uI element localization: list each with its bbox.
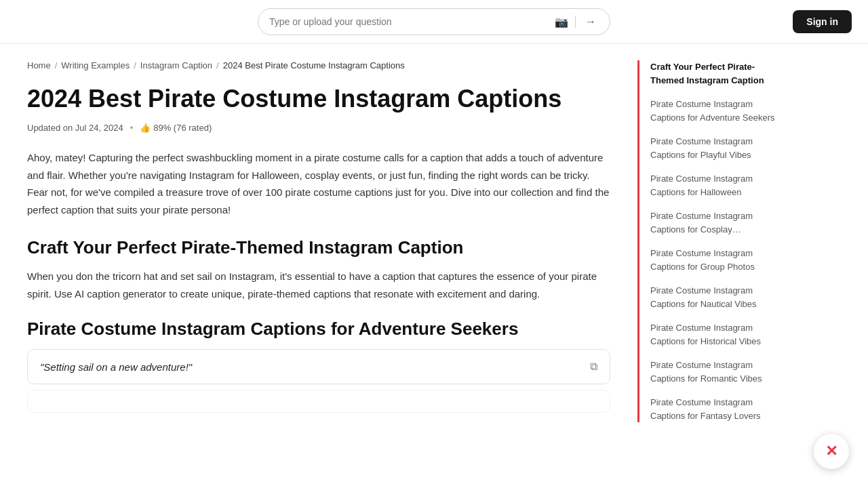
breadcrumb-sep-1: / (55, 60, 58, 70)
float-badge-icon: ✕ (825, 443, 837, 449)
page-title: 2024 Best Pirate Costume Instagram Capti… (27, 84, 610, 113)
camera-icon[interactable]: 📷 (555, 16, 568, 28)
breadcrumb-current: 2024 Best Pirate Costume Instagram Capti… (223, 60, 405, 70)
breadcrumb: Home / Writing Examples / Instagram Capt… (27, 60, 610, 70)
updated-date: Updated on Jul 24, 2024 (27, 123, 123, 133)
rating-text: 89% (76 rated) (153, 123, 212, 133)
header: 📷 → Sign in (0, 0, 868, 44)
toc-item-5[interactable]: Pirate Costume Instagram Captions for Gr… (650, 247, 787, 273)
section1-text: When you don the tricorn hat and set sai… (27, 268, 610, 302)
breadcrumb-sep-3: / (216, 60, 219, 70)
search-submit-button[interactable]: → (583, 14, 599, 29)
toc-item-9[interactable]: Pirate Costume Instagram Captions for Fa… (650, 396, 787, 422)
toc-item-4[interactable]: Pirate Costume Instagram Captions for Co… (650, 209, 787, 236)
caption-card-2 (27, 390, 610, 413)
sign-in-button[interactable]: Sign in (793, 10, 852, 33)
rating-badge: 👍 89% (76 rated) (140, 123, 212, 133)
breadcrumb-instagram-caption[interactable]: Instagram Caption (140, 60, 212, 70)
thumbs-up-icon: 👍 (140, 123, 151, 133)
toc-item-6[interactable]: Pirate Costume Instagram Captions for Na… (650, 284, 787, 310)
section1-heading: Craft Your Perfect Pirate-Themed Instagr… (27, 237, 610, 258)
table-of-contents: Craft Your Perfect Pirate-Themed Instagr… (637, 60, 787, 422)
breadcrumb-home[interactable]: Home (27, 60, 51, 70)
toc-item-7[interactable]: Pirate Costume Instagram Captions for Hi… (650, 321, 787, 348)
toc-item-1[interactable]: Pirate Costume Instagram Captions for Ad… (650, 98, 787, 124)
caption-text-1: "Setting sail on a new adventure!" (40, 361, 192, 373)
section2-heading: Pirate Costume Instagram Captions for Ad… (27, 319, 610, 340)
toc-item-3[interactable]: Pirate Costume Instagram Captions for Ha… (650, 172, 787, 199)
breadcrumb-writing-examples[interactable]: Writing Examples (61, 60, 130, 70)
meta-row: Updated on Jul 24, 2024 • 👍 89% (76 rate… (27, 123, 610, 133)
breadcrumb-sep-2: / (134, 60, 136, 70)
toc-item-2[interactable]: Pirate Costume Instagram Captions for Pl… (650, 135, 787, 161)
meta-dot: • (130, 123, 134, 133)
toc-item-0[interactable]: Craft Your Perfect Pirate-Themed Instagr… (650, 60, 787, 87)
search-bar: 📷 → (258, 8, 610, 35)
sidebar: Craft Your Perfect Pirate-Themed Instagr… (610, 44, 787, 449)
search-divider (575, 16, 576, 28)
caption-card-1: "Setting sail on a new adventure!" ⧉ (27, 349, 610, 384)
search-input[interactable] (269, 16, 555, 27)
intro-text: Ahoy, matey! Capturing the perfect swash… (27, 149, 610, 218)
main-content: Home / Writing Examples / Instagram Capt… (27, 44, 610, 449)
copy-icon-1[interactable]: ⧉ (590, 361, 597, 373)
page-container: Home / Writing Examples / Instagram Capt… (0, 44, 868, 449)
toc-item-8[interactable]: Pirate Costume Instagram Captions for Ro… (650, 359, 787, 385)
